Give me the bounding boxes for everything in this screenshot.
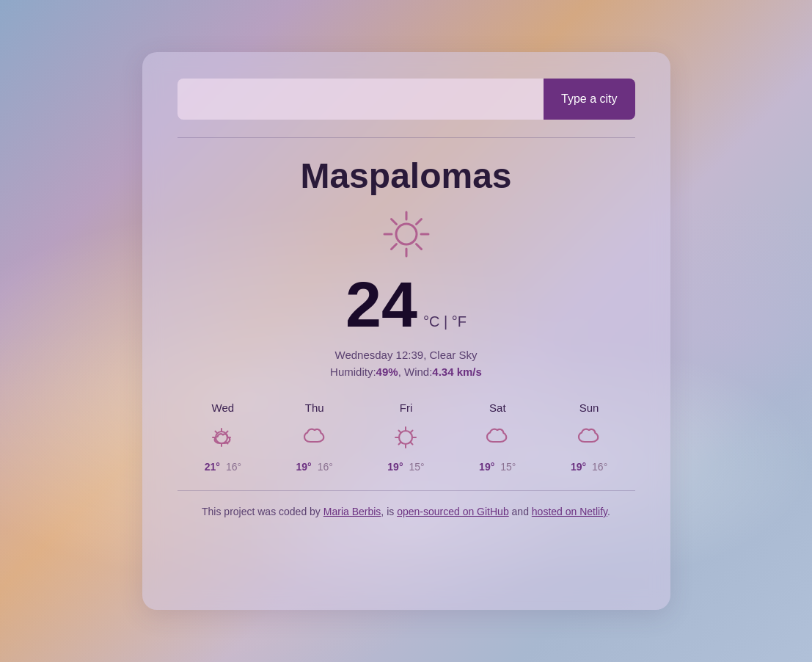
svg-line-6 [416,219,421,225]
svg-line-24 [411,431,413,433]
svg-point-8 [396,224,417,244]
search-row: Type a city [178,79,635,120]
forecast-day-fri: Fri 19° 15° [360,401,452,473]
forecast-low-fri: 15° [409,461,424,473]
forecast-label-wed: Wed [212,401,235,414]
forecast-temps-wed: 21° 16° [205,461,241,473]
temperature-unit: °C | °F [423,313,467,330]
top-divider [178,137,635,138]
forecast-row: Wed 21° 16° Thu [178,401,635,473]
sun-icon [380,208,433,261]
svg-line-23 [411,443,413,445]
forecast-temps-sun: 19° 16° [571,461,607,473]
forecast-high-fri: 19° [387,461,403,473]
bottom-divider [178,490,635,491]
forecast-day-sat: Sat 19° 15° [452,401,544,473]
forecast-icon-sun [573,421,605,454]
footer-netlify-link[interactable]: hosted on Netlify [532,506,607,517]
city-search-input[interactable] [178,79,544,120]
forecast-label-sun: Sun [579,401,599,414]
temperature-row: 24 °C | °F [178,272,635,337]
forecast-icon-fri [389,421,422,454]
forecast-icon-thu [299,421,331,454]
forecast-low-sun: 16° [592,461,607,473]
wind-label: , Wind: [398,365,433,378]
forecast-high-sun: 19° [571,461,586,473]
temperature-value: 24 [345,272,417,337]
forecast-day-sun: Sun 19° 16° [544,401,635,473]
forecast-day-wed: Wed 21° 16° [178,401,269,473]
forecast-icon-sat [481,421,513,454]
weather-details: Humidity:49%, Wind:4.34 km/s [178,365,635,378]
svg-line-14 [215,432,216,433]
forecast-day-thu: Thu 19° 16° [268,401,360,473]
forecast-high-sat: 19° [479,461,494,473]
footer-middle: , is [381,506,397,517]
svg-line-4 [391,219,396,225]
footer-end: and [509,506,532,517]
weather-description: Wednesday 12:39, Clear Sky [178,349,635,361]
city-name: Maspalomas [178,156,635,196]
forecast-label-fri: Fri [400,401,413,414]
forecast-low-wed: 16° [226,461,241,473]
forecast-low-sat: 15° [500,461,516,473]
svg-line-16 [226,432,227,433]
humidity-label: Humidity: [330,365,376,378]
wind-value: 4.34 km/s [432,365,482,378]
weather-card: Type a city Maspalomas 24 °C | °F Wednes… [142,52,670,610]
svg-line-5 [416,244,421,250]
footer: This project was coded by Maria Berbis, … [178,506,635,517]
main-weather-icon-container [178,208,635,261]
forecast-icon-wed [207,421,239,454]
footer-prefix: This project was coded by [202,506,323,517]
humidity-value: 49% [376,365,398,378]
svg-line-25 [399,443,401,445]
footer-github-link[interactable]: open-sourced on GitHub [397,506,509,517]
forecast-label-thu: Thu [305,401,324,414]
forecast-temps-thu: 19° 16° [296,461,333,473]
forecast-temps-sat: 19° 15° [479,461,516,473]
forecast-label-sat: Sat [489,401,506,414]
footer-author-link[interactable]: Maria Berbis [323,506,381,517]
forecast-high-thu: 19° [296,461,312,473]
footer-period: . [607,506,610,517]
svg-line-7 [391,244,396,250]
forecast-temps-fri: 19° 15° [387,461,424,473]
search-button[interactable]: Type a city [544,79,634,120]
forecast-low-thu: 16° [318,461,333,473]
svg-line-22 [399,431,401,433]
forecast-high-wed: 21° [205,461,220,473]
